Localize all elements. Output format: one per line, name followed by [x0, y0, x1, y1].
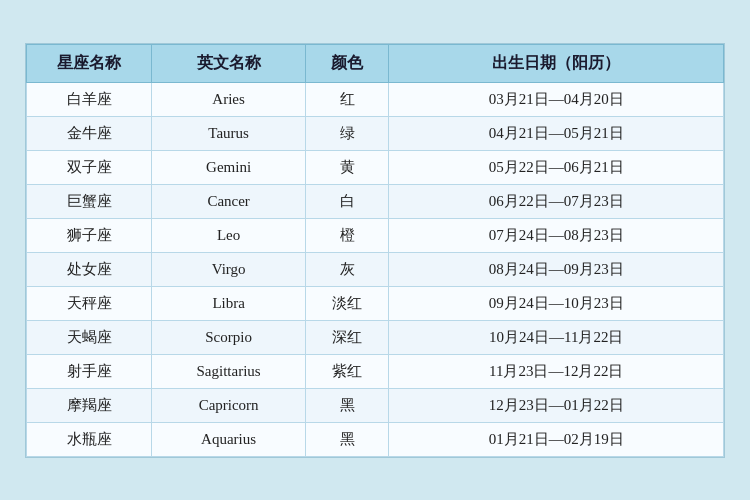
cell-chinese: 巨蟹座: [27, 184, 152, 218]
header-color: 颜色: [305, 44, 389, 82]
cell-english: Aquarius: [152, 422, 305, 456]
cell-color: 白: [305, 184, 389, 218]
table-header-row: 星座名称 英文名称 颜色 出生日期（阳历）: [27, 44, 724, 82]
table-row: 金牛座Taurus绿04月21日—05月21日: [27, 116, 724, 150]
cell-color: 黑: [305, 388, 389, 422]
table-row: 摩羯座Capricorn黑12月23日—01月22日: [27, 388, 724, 422]
cell-date: 04月21日—05月21日: [389, 116, 724, 150]
table-row: 天蝎座Scorpio深红10月24日—11月22日: [27, 320, 724, 354]
cell-english: Aries: [152, 82, 305, 116]
table-row: 白羊座Aries红03月21日—04月20日: [27, 82, 724, 116]
cell-date: 09月24日—10月23日: [389, 286, 724, 320]
cell-english: Scorpio: [152, 320, 305, 354]
header-english: 英文名称: [152, 44, 305, 82]
cell-color: 绿: [305, 116, 389, 150]
cell-date: 06月22日—07月23日: [389, 184, 724, 218]
cell-chinese: 金牛座: [27, 116, 152, 150]
cell-chinese: 狮子座: [27, 218, 152, 252]
cell-date: 08月24日—09月23日: [389, 252, 724, 286]
cell-chinese: 射手座: [27, 354, 152, 388]
cell-color: 淡红: [305, 286, 389, 320]
cell-date: 05月22日—06月21日: [389, 150, 724, 184]
table-row: 双子座Gemini黄05月22日—06月21日: [27, 150, 724, 184]
cell-english: Capricorn: [152, 388, 305, 422]
table-row: 处女座Virgo灰08月24日—09月23日: [27, 252, 724, 286]
cell-chinese: 处女座: [27, 252, 152, 286]
table-row: 射手座Sagittarius紫红11月23日—12月22日: [27, 354, 724, 388]
cell-english: Leo: [152, 218, 305, 252]
cell-date: 11月23日—12月22日: [389, 354, 724, 388]
table-row: 巨蟹座Cancer白06月22日—07月23日: [27, 184, 724, 218]
table-row: 狮子座Leo橙07月24日—08月23日: [27, 218, 724, 252]
cell-chinese: 天秤座: [27, 286, 152, 320]
cell-date: 12月23日—01月22日: [389, 388, 724, 422]
cell-chinese: 双子座: [27, 150, 152, 184]
cell-color: 红: [305, 82, 389, 116]
cell-english: Taurus: [152, 116, 305, 150]
cell-chinese: 水瓶座: [27, 422, 152, 456]
cell-date: 07月24日—08月23日: [389, 218, 724, 252]
cell-color: 黄: [305, 150, 389, 184]
cell-color: 黑: [305, 422, 389, 456]
cell-english: Virgo: [152, 252, 305, 286]
header-chinese: 星座名称: [27, 44, 152, 82]
cell-english: Libra: [152, 286, 305, 320]
cell-english: Sagittarius: [152, 354, 305, 388]
zodiac-table-container: 星座名称 英文名称 颜色 出生日期（阳历） 白羊座Aries红03月21日—04…: [25, 43, 725, 458]
cell-chinese: 摩羯座: [27, 388, 152, 422]
cell-english: Cancer: [152, 184, 305, 218]
cell-color: 灰: [305, 252, 389, 286]
cell-color: 紫红: [305, 354, 389, 388]
cell-english: Gemini: [152, 150, 305, 184]
cell-color: 橙: [305, 218, 389, 252]
table-row: 天秤座Libra淡红09月24日—10月23日: [27, 286, 724, 320]
table-row: 水瓶座Aquarius黑01月21日—02月19日: [27, 422, 724, 456]
cell-date: 03月21日—04月20日: [389, 82, 724, 116]
zodiac-table: 星座名称 英文名称 颜色 出生日期（阳历） 白羊座Aries红03月21日—04…: [26, 44, 724, 457]
cell-chinese: 天蝎座: [27, 320, 152, 354]
cell-chinese: 白羊座: [27, 82, 152, 116]
cell-date: 10月24日—11月22日: [389, 320, 724, 354]
header-date: 出生日期（阳历）: [389, 44, 724, 82]
cell-date: 01月21日—02月19日: [389, 422, 724, 456]
cell-color: 深红: [305, 320, 389, 354]
